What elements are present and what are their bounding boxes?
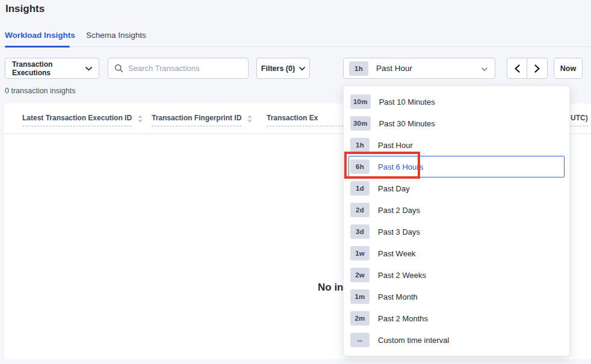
time-option-label: Past 3 Days: [378, 227, 420, 236]
filters-button[interactable]: Filters (0): [256, 58, 310, 79]
column-header-utc-fragment: UTC): [571, 114, 588, 126]
time-option[interactable]: 30m Past 30 Minutes: [348, 113, 565, 134]
insight-count: 0 transaction insights: [5, 87, 75, 95]
now-button[interactable]: Now: [554, 58, 583, 79]
time-option-badge: 1d: [350, 181, 370, 196]
time-option-badge: 30m: [350, 116, 371, 131]
time-option-badge: 3d: [350, 224, 370, 239]
time-interval-picker[interactable]: 1h Past Hour: [343, 58, 495, 79]
tab-workload-insights[interactable]: Workload Insights: [5, 31, 75, 40]
time-option[interactable]: 10m Past 10 Minutes: [348, 91, 565, 113]
time-option[interactable]: 1w Past Week: [348, 242, 565, 264]
time-option-badge: 10m: [350, 94, 371, 109]
time-option-badge: 2w: [350, 268, 370, 282]
time-interval-badge: 1h: [349, 61, 368, 76]
time-option[interactable]: 2d Past 2 Days: [348, 199, 565, 221]
filters-label: Filters (0): [261, 64, 295, 73]
time-interval-label: Past Hour: [376, 64, 481, 73]
chevron-left-icon: [514, 64, 521, 73]
time-option[interactable]: 2w Past 2 Weeks: [348, 264, 565, 286]
time-option-label: Custom time interval: [378, 336, 449, 345]
time-interval-dropdown-menu: 10m Past 10 Minutes 30m Past 30 Minutes …: [343, 85, 570, 356]
chevron-right-icon: [534, 64, 540, 73]
sort-icon[interactable]: [247, 114, 252, 123]
time-option-badge: --: [350, 333, 370, 347]
page-title: Insights: [5, 3, 45, 15]
search-input[interactable]: [128, 64, 242, 73]
chevron-down-icon: [481, 63, 487, 74]
time-option[interactable]: 1d Past Day: [348, 177, 565, 199]
search-box: [108, 58, 249, 79]
insights-page: Insights Workload Insights Schema Insigh…: [0, 0, 591, 364]
time-option[interactable]: -- Custom time interval: [348, 329, 565, 351]
time-option-badge: 2d: [350, 203, 370, 217]
time-option-badge: 2m: [350, 311, 370, 325]
time-option-label: Past Month: [378, 292, 418, 301]
tab-bar: Workload Insights Schema Insights: [0, 27, 591, 47]
now-label: Now: [560, 64, 576, 73]
time-option-label: Past 30 Minutes: [379, 119, 435, 128]
time-nav-arrows: [507, 58, 548, 79]
time-option-label: Past 2 Weeks: [378, 271, 426, 280]
prev-interval-button[interactable]: [507, 58, 527, 78]
active-tab-underline: [5, 46, 70, 48]
workload-type-label: Transaction Executions: [12, 60, 85, 77]
time-option[interactable]: 1m Past Month: [348, 286, 565, 307]
time-option[interactable]: 1h Past Hour: [348, 134, 565, 156]
time-option-label: Past 2 Days: [378, 206, 420, 215]
time-option-label: Past 10 Minutes: [379, 97, 435, 106]
time-option-label: Past 6 Hours: [378, 162, 423, 171]
search-icon: [114, 64, 123, 73]
chevron-down-icon: [299, 64, 305, 73]
time-option[interactable]: 3d Past 3 Days: [348, 221, 565, 242]
time-option-label: Past Week: [378, 249, 416, 258]
time-option[interactable]: 6h Past 6 Hours: [348, 156, 565, 177]
time-option-label: Past Hour: [378, 141, 413, 150]
tab-schema-insights[interactable]: Schema Insights: [86, 31, 146, 40]
sort-icon[interactable]: [138, 114, 143, 123]
workload-type-dropdown[interactable]: Transaction Executions: [5, 58, 99, 79]
time-option-badge: 1m: [350, 289, 370, 304]
chevron-down-icon: [85, 64, 92, 73]
time-option-badge: 1w: [350, 246, 370, 261]
next-interval-button[interactable]: [527, 58, 547, 78]
column-header-transaction-execution: Transaction Ex: [267, 114, 346, 126]
time-option-label: Past Day: [378, 184, 410, 193]
time-option-badge: 1h: [350, 138, 370, 152]
time-option-badge: 6h: [350, 159, 370, 174]
column-header-transaction-fingerprint-id: Transaction Fingerprint ID: [152, 114, 252, 126]
column-header-latest-transaction-execution-id: Latest Transaction Execution ID: [22, 114, 143, 126]
time-option-label: Past 2 Months: [378, 314, 428, 323]
time-option[interactable]: 2m Past 2 Months: [348, 307, 565, 329]
